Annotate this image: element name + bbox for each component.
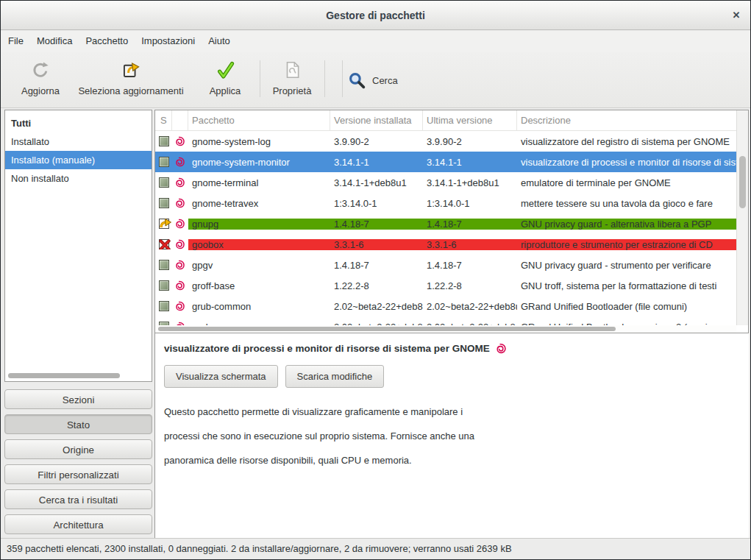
package-details-panel: visualizzatore di processi e monitor di … <box>154 333 749 539</box>
debian-swirl-icon <box>172 135 188 147</box>
get-changelog-button[interactable]: Scarica modifiche <box>285 365 385 388</box>
table-row[interactable]: gnupg 1.4.18-7 1.4.18-7 GNU privacy guar… <box>155 213 736 234</box>
filter-item-non-installato[interactable]: Non installato <box>5 169 152 188</box>
table-row[interactable]: grub-common 2.02~beta2-22+deb8u1 2.02~be… <box>155 296 736 316</box>
latest-version: 2.02~beta2-22+deb8u1 <box>423 301 517 312</box>
vertical-scrollbar-thumb[interactable] <box>739 156 746 208</box>
package-name: gnome-terminal <box>188 177 330 188</box>
menubar: File Modifica Pacchetto Impostazioni Aiu… <box>1 31 750 52</box>
package-description: mettere tessere su una tavola da gioco e… <box>517 198 736 209</box>
search-button[interactable]: Cerca <box>348 65 398 96</box>
search-icon <box>348 71 366 90</box>
table-row[interactable]: gnome-terminal 3.14.1-1+deb8u1 3.14.1-1+… <box>155 172 736 193</box>
description-line: Questo pacchetto permette di visualizzar… <box>164 400 749 424</box>
mark-upgrades-label: Seleziona aggiornamenti <box>78 85 183 96</box>
table-horizontal-scrollbar[interactable] <box>155 325 736 333</box>
installed-version: 1.22.2-8 <box>330 280 423 291</box>
details-buttons: Visualizza schermata Scarica modifiche <box>164 365 749 388</box>
installed-version: 3.14.1-1 <box>330 157 423 168</box>
properties-button[interactable]: Proprietà <box>266 57 318 103</box>
package-manager-window: Gestore di pacchetti ✕ File Modifica Pac… <box>0 0 751 560</box>
filter-item-installato-manuale[interactable]: Installato (manuale) <box>5 151 152 169</box>
refresh-button[interactable]: Aggiorna <box>11 57 70 103</box>
installed-version: 1.4.18-7 <box>330 219 423 230</box>
status-cell <box>155 198 172 208</box>
nav-button-filtri-personalizzati[interactable]: Filtri personalizzati <box>4 464 152 484</box>
filter-list: Tutti Installato Installato (manuale) No… <box>4 110 152 382</box>
table-row[interactable]: gnome-system-log 3.9.90-2 3.9.90-2 visua… <box>155 131 736 152</box>
nav-button-cerca-tra-i-risultati[interactable]: Cerca tra i risultati <box>4 489 152 509</box>
menu-modifica[interactable]: Modifica <box>30 31 79 52</box>
latest-version: 3.14.1-1 <box>423 157 517 168</box>
mark-upgrades-button[interactable]: Seleziona aggiornamenti <box>68 57 193 103</box>
description-line: panoramica delle risorse disponibili, qu… <box>164 448 749 472</box>
details-title: visualizzatore di processi e monitor di … <box>164 343 490 354</box>
package-description: visualizzatore del registro di sistema p… <box>517 136 736 147</box>
menu-file[interactable]: File <box>1 31 30 52</box>
package-table-grid: S Pacchetto Versione installata Ultima v… <box>155 110 736 325</box>
package-name: gnome-system-log <box>188 136 330 147</box>
details-description: Questo pacchetto permette di visualizzar… <box>164 400 749 472</box>
table-row[interactable]: gpgv 1.4.18-7 1.4.18-7 GNU privacy guard… <box>155 255 736 275</box>
apply-button[interactable]: Applica <box>201 57 249 103</box>
debian-swirl-icon <box>172 280 188 291</box>
status-cell <box>155 280 172 291</box>
nav-button-architettura[interactable]: Architettura <box>4 514 152 534</box>
package-name: gnome-tetravex <box>188 198 330 209</box>
table-row[interactable]: groff-base 1.22.2-8 1.22.2-8 GNU troff, … <box>155 275 736 296</box>
package-installed-icon <box>159 301 169 311</box>
header-installed-version[interactable]: Versione installata <box>330 110 423 130</box>
table-row[interactable]: goobox 3.3.1-6 3.3.1-6 riproduttore e st… <box>155 234 736 255</box>
package-installed-icon <box>159 157 169 167</box>
refresh-label: Aggiorna <box>21 85 60 96</box>
nav-button-sezioni[interactable]: Sezioni <box>4 389 152 409</box>
nav-button-origine[interactable]: Origine <box>4 439 152 459</box>
latest-version: 1.22.2-8 <box>423 280 517 291</box>
package-installed-icon <box>159 136 169 146</box>
installed-version: 3.9.90-2 <box>330 136 423 147</box>
installed-version: 2.02~beta2-22+deb8u1 <box>330 301 423 312</box>
menu-impostazioni[interactable]: Impostazioni <box>135 31 202 52</box>
package-remove-icon <box>159 239 169 249</box>
filter-list-horizontal-scrollbar[interactable] <box>8 373 120 378</box>
refresh-icon <box>31 60 50 81</box>
table-row[interactable]: gnome-tetravex 1:3.14.0-1 1:3.14.0-1 met… <box>155 193 736 213</box>
nav-button-stato[interactable]: Stato <box>4 414 152 434</box>
table-vertical-scrollbar[interactable] <box>736 110 748 325</box>
package-installed-icon <box>159 198 169 208</box>
debian-swirl-icon <box>172 177 188 188</box>
horizontal-scrollbar-thumb[interactable] <box>158 327 616 331</box>
toolbar-separator <box>324 60 325 97</box>
menu-aiuto[interactable]: Aiuto <box>202 31 237 52</box>
apply-check-icon <box>216 60 235 81</box>
close-icon[interactable]: ✕ <box>730 9 743 22</box>
titlebar[interactable]: Gestore di pacchetti ✕ <box>1 1 750 30</box>
package-installed-icon <box>159 280 169 291</box>
package-description: riproduttore e strumento per estrazione … <box>517 239 736 250</box>
package-name: goobox <box>188 239 330 250</box>
table-row[interactable]: gnome-system-monitor 3.14.1-1 3.14.1-1 v… <box>155 152 736 172</box>
status-text: 359 pacchetti elencati, 2300 installati,… <box>7 543 512 554</box>
package-description: GRand Unified Bootloader (file comuni) <box>517 301 736 312</box>
table-row[interactable]: grub-pc 2.02~beta2-22+deb8u1 2.02~beta2-… <box>155 316 736 325</box>
installed-version: 3.3.1-6 <box>330 239 423 250</box>
header-description[interactable]: Descrizione <box>517 110 736 130</box>
header-latest-version[interactable]: Ultima versione <box>423 110 517 130</box>
latest-version: 3.3.1-6 <box>423 239 517 250</box>
package-name: gnome-system-monitor <box>188 157 330 168</box>
status-cell <box>155 260 172 270</box>
header-status[interactable]: S <box>155 110 172 130</box>
properties-label: Proprietà <box>273 85 312 96</box>
header-blank[interactable] <box>172 110 188 130</box>
package-name: gnupg <box>188 219 330 230</box>
get-screenshot-button[interactable]: Visualizza schermata <box>164 365 278 388</box>
package-installed-icon <box>159 177 169 188</box>
filter-item-installato[interactable]: Installato <box>5 132 152 151</box>
mark-upgrades-icon <box>121 60 141 81</box>
status-cell <box>155 157 172 167</box>
status-cell <box>155 301 172 311</box>
menu-pacchetto[interactable]: Pacchetto <box>79 31 135 52</box>
debian-swirl-icon <box>172 238 188 250</box>
filter-item-tutti[interactable]: Tutti <box>5 114 152 132</box>
header-package[interactable]: Pacchetto <box>188 110 330 130</box>
